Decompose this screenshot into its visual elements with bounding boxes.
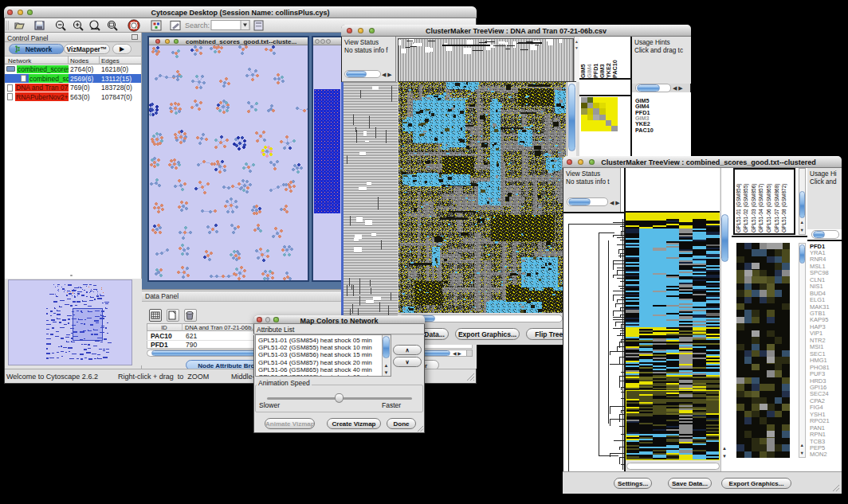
svg-text:Search:: Search: xyxy=(185,21,210,29)
